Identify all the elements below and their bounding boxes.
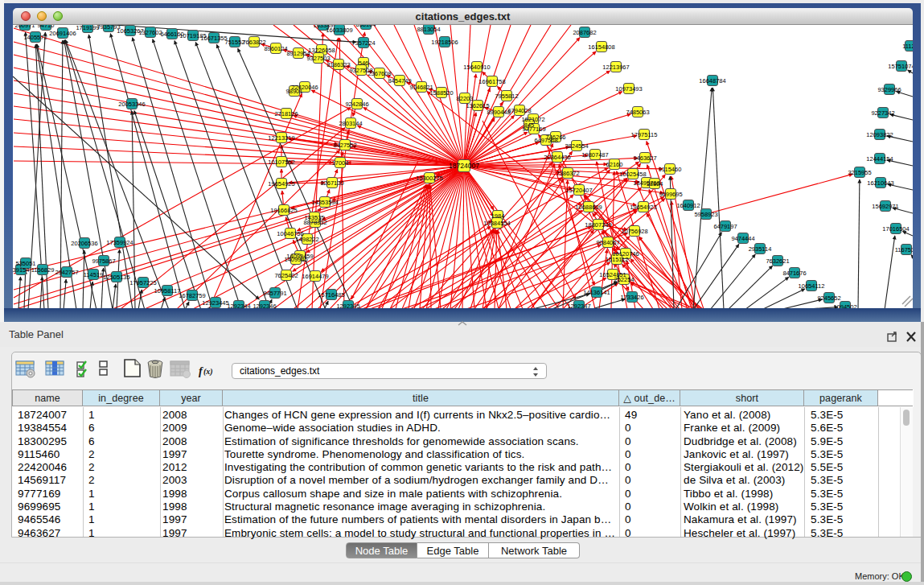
svg-text:143535: 143535 (304, 214, 324, 221)
svg-text:12093822: 12093822 (866, 131, 893, 138)
svg-text:1719199: 1719199 (76, 25, 99, 31)
svg-text:14136141: 14136141 (583, 289, 610, 296)
svg-text:8990448: 8990448 (487, 109, 510, 116)
svg-text:11125: 11125 (902, 43, 913, 50)
svg-text:8427552: 8427552 (333, 142, 356, 149)
svg-text:1292344: 1292344 (227, 303, 250, 309)
svg-text:(x): (x) (203, 367, 213, 377)
svg-text:15692971: 15692971 (872, 203, 898, 210)
svg-text:8471676: 8471676 (782, 270, 806, 277)
svg-text:94710: 94710 (38, 25, 55, 29)
svg-text:20053346: 20053346 (118, 101, 145, 108)
svg-text:2942757: 2942757 (55, 269, 78, 276)
svg-text:17957225: 17957225 (129, 279, 156, 286)
svg-text:1615112: 1615112 (606, 256, 629, 263)
svg-text:17359924: 17359924 (106, 239, 133, 246)
svg-text:16648784: 16648784 (699, 77, 725, 84)
svg-text:39154: 39154 (13, 266, 29, 274)
svg-text:10958117: 10958117 (154, 287, 181, 295)
svg-text:6497568: 6497568 (534, 137, 557, 144)
svg-text:18724007: 18724007 (449, 162, 479, 170)
svg-text:17004: 17004 (332, 159, 349, 167)
svg-text:19654925: 19654925 (268, 180, 294, 187)
svg-text:8454749: 8454749 (388, 77, 411, 84)
svg-text:16154808: 16154808 (588, 43, 614, 51)
svg-text:9084067: 9084067 (596, 239, 619, 246)
svg-text:15716485: 15716485 (318, 291, 344, 299)
svg-text:1156829: 1156829 (31, 266, 55, 274)
svg-text:2087682: 2087682 (573, 29, 596, 36)
svg-text:10654112: 10654112 (799, 282, 825, 290)
svg-text:8813054: 8813054 (417, 26, 440, 33)
svg-text:18804: 18804 (647, 180, 663, 187)
svg-text:12444154: 12444154 (866, 155, 893, 163)
svg-text:9777169: 9777169 (522, 126, 545, 133)
svg-text:7386372: 7386372 (556, 170, 579, 177)
svg-text:858104: 858104 (355, 25, 376, 28)
svg-text:9457791: 9457791 (263, 290, 286, 297)
svg-text:9115460: 9115460 (659, 166, 682, 173)
svg-text:10756928: 10756928 (621, 228, 647, 235)
svg-text:19218506: 19218506 (431, 39, 458, 46)
svg-text:1640912: 1640912 (676, 202, 700, 209)
svg-text:20206536: 20206536 (71, 240, 97, 247)
svg-text:1167533: 1167533 (895, 246, 913, 253)
svg-text:15751074: 15751074 (888, 63, 913, 70)
svg-text:9242846: 9242846 (345, 101, 368, 108)
svg-text:9245652: 9245652 (817, 295, 840, 302)
svg-text:98901: 98901 (286, 88, 303, 95)
svg-text:16671355: 16671355 (200, 35, 227, 42)
svg-text:14353594: 14353594 (311, 199, 338, 206)
svg-text:16914479: 16914479 (302, 273, 328, 280)
svg-text:3215955: 3215955 (848, 169, 871, 176)
svg-text:114519: 114519 (84, 271, 103, 278)
svg-text:10025458: 10025458 (619, 171, 646, 178)
svg-text:1405572: 1405572 (23, 34, 47, 41)
svg-text:17975115: 17975115 (631, 131, 658, 138)
svg-text:5958923: 5958923 (694, 211, 717, 218)
svg-text:7663822: 7663822 (242, 39, 265, 46)
svg-text:252254: 252254 (614, 276, 634, 283)
svg-text:16033809: 16033809 (326, 27, 352, 34)
svg-text:12213319: 12213319 (268, 134, 294, 142)
svg-text:62160: 62160 (606, 161, 623, 168)
svg-text:3824554: 3824554 (565, 142, 588, 150)
svg-text:15640910: 15640910 (463, 64, 490, 71)
svg-text:13226058: 13226058 (308, 47, 335, 54)
svg-text:12923445: 12923445 (202, 299, 228, 307)
svg-text:10973493: 10973493 (615, 85, 642, 93)
svg-text:8267130: 8267130 (320, 179, 343, 187)
svg-text:6794028: 6794028 (507, 107, 531, 114)
svg-text:1984: 1984 (491, 212, 505, 220)
svg-text:9329966: 9329966 (877, 86, 901, 93)
svg-text:10107552: 10107552 (268, 159, 294, 166)
svg-text:16782759: 16782759 (179, 292, 205, 299)
svg-text:7632621: 7632621 (766, 257, 789, 265)
svg-text:8960124: 8960124 (264, 45, 287, 52)
svg-text:2935114: 2935114 (749, 245, 772, 253)
svg-text:20364436: 20364436 (544, 154, 570, 161)
svg-text:2367608: 2367608 (368, 70, 391, 77)
svg-text:1292346: 1292346 (253, 303, 276, 309)
svg-text:7357224: 7357224 (351, 39, 375, 47)
svg-text:16210643: 16210643 (867, 179, 893, 187)
svg-text:19384554: 19384554 (483, 220, 510, 227)
svg-text:19654923: 19654923 (630, 204, 656, 211)
svg-text:546: 546 (359, 60, 369, 67)
svg-text:12213967: 12213967 (602, 64, 629, 71)
svg-text:9699695: 9699695 (659, 191, 682, 198)
svg-text:18807249: 18807249 (585, 221, 611, 229)
svg-text:6479197: 6479197 (713, 223, 737, 230)
svg-text:9975867: 9975867 (92, 257, 115, 265)
svg-text:9227342: 9227342 (871, 109, 894, 117)
svg-text:12505135: 12505135 (103, 274, 129, 281)
svg-text:1362615: 1362615 (466, 102, 489, 109)
svg-text:17016504: 17016504 (882, 225, 909, 233)
svg-text:15300275: 15300275 (416, 175, 442, 182)
svg-text:9463627: 9463627 (633, 154, 656, 162)
svg-text:1733426: 1733426 (620, 294, 643, 301)
svg-text:8186323: 8186323 (326, 61, 350, 68)
svg-text:1409945: 1409945 (284, 256, 307, 263)
svg-text:9474444: 9474444 (731, 235, 754, 242)
svg-text:1327602: 1327602 (138, 29, 162, 36)
